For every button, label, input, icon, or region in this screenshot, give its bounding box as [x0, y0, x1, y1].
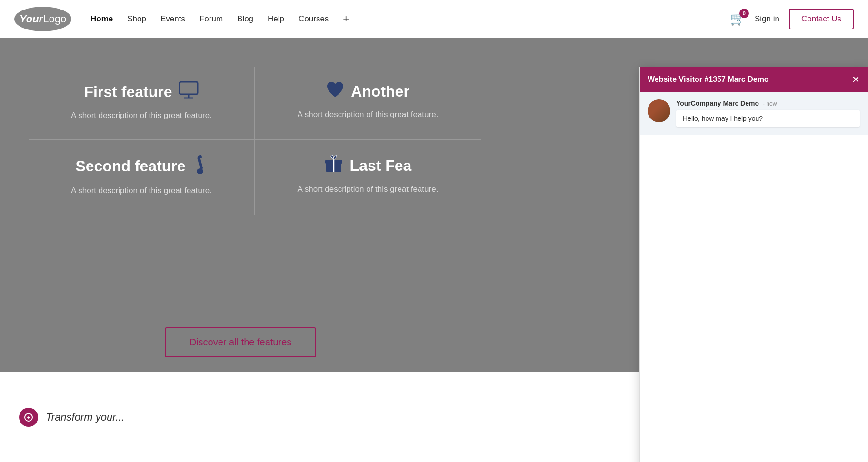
- feature-4-desc: A short description of this great featur…: [274, 185, 462, 194]
- svg-point-3: [197, 168, 203, 174]
- svg-rect-4: [197, 157, 203, 170]
- nav-home[interactable]: Home: [90, 14, 113, 24]
- discover-button[interactable]: Discover all the features: [165, 327, 317, 357]
- monitor-icon: [179, 81, 199, 103]
- nav-right: 🛒 0 Sign in Contact Us: [730, 9, 854, 29]
- nav-help[interactable]: Help: [268, 14, 284, 24]
- main-content: First feature A short description of thi…: [0, 38, 868, 462]
- feature-2-title: Another: [274, 81, 462, 102]
- feature-4: Last Fea A short description of this gre…: [255, 140, 481, 215]
- navbar: YourLogo Home Shop Events Forum Blog Hel…: [0, 0, 868, 38]
- features-grid: First feature A short description of thi…: [0, 38, 481, 215]
- nav-shop[interactable]: Shop: [127, 14, 146, 24]
- chat-body: [640, 135, 868, 462]
- contact-us-button[interactable]: Contact Us: [789, 9, 854, 29]
- feature-3: Second feature A short description of th…: [29, 140, 255, 215]
- feature-2: Another A short description of this grea…: [255, 67, 481, 140]
- discover-section: Discover all the features: [0, 327, 481, 357]
- agent-name: YourCompany Marc Demo: [676, 99, 759, 107]
- nav-forum[interactable]: Forum: [200, 14, 223, 24]
- agent-name-row: YourCompany Marc Demo - now: [676, 99, 860, 107]
- sign-in-link[interactable]: Sign in: [755, 14, 779, 24]
- nav-blog[interactable]: Blog: [237, 14, 253, 24]
- nav-courses[interactable]: Courses: [299, 14, 329, 24]
- feature-1-title: First feature: [48, 81, 235, 103]
- feature-4-title: Last Fea: [274, 154, 462, 177]
- bottom-text: Transform your...: [46, 411, 124, 423]
- agent-avatar: [648, 99, 670, 122]
- nav-plus-icon[interactable]: +: [343, 13, 349, 25]
- cart-button[interactable]: 🛒 0: [730, 11, 745, 26]
- message-content: YourCompany Marc Demo - now Hello, how m…: [676, 99, 860, 127]
- chat-header-title: Website Visitor #1357 Marc Demo: [648, 75, 769, 84]
- svg-text:✦: ✦: [26, 414, 31, 421]
- message-bubble: Hello, how may I help you?: [676, 110, 860, 127]
- cart-badge: 0: [739, 9, 749, 18]
- feature-1-desc: A short description of this great featur…: [48, 111, 235, 120]
- chat-header: Website Visitor #1357 Marc Demo ✕: [640, 67, 868, 92]
- logo-your: Your: [20, 13, 43, 25]
- chat-close-button[interactable]: ✕: [852, 74, 860, 85]
- feature-3-title: Second feature: [48, 154, 235, 178]
- heart-icon: [326, 81, 344, 102]
- logo[interactable]: YourLogo: [14, 7, 71, 31]
- chat-message-area: YourCompany Marc Demo - now Hello, how m…: [640, 92, 868, 135]
- bottom-icon: ✦: [19, 408, 38, 427]
- svg-rect-0: [180, 82, 198, 94]
- nav-links: Home Shop Events Forum Blog Help Courses…: [90, 13, 730, 25]
- feature-1: First feature A short description of thi…: [29, 67, 255, 140]
- feature-2-desc: A short description of this great featur…: [274, 110, 462, 119]
- gift-icon: [324, 154, 343, 177]
- chat-widget: Website Visitor #1357 Marc Demo ✕ YourCo…: [639, 67, 868, 462]
- logo-text: Logo: [43, 13, 66, 25]
- nav-events[interactable]: Events: [160, 14, 185, 24]
- brush-icon: [192, 154, 208, 178]
- feature-3-desc: A short description of this great featur…: [48, 186, 235, 196]
- message-time: - now: [763, 100, 777, 107]
